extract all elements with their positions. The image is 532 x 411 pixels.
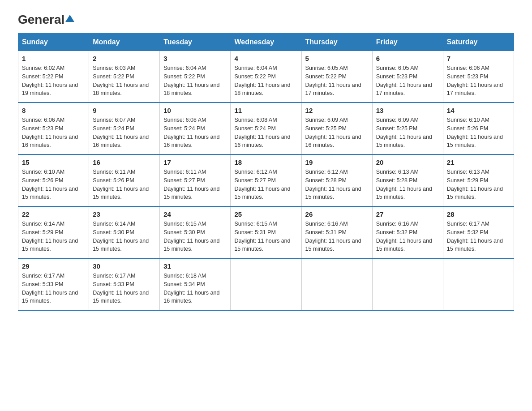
- day-number: 22: [22, 210, 85, 218]
- calendar-cell: 4 Sunrise: 6:04 AMSunset: 5:22 PMDayligh…: [231, 51, 301, 103]
- calendar-cell: [443, 258, 514, 310]
- header-sunday: Sunday: [18, 34, 89, 51]
- day-number: 9: [93, 107, 156, 114]
- day-info: Sunrise: 6:05 AMSunset: 5:22 PMDaylight:…: [305, 64, 369, 98]
- header-wednesday: Wednesday: [231, 34, 301, 51]
- calendar-cell: 14 Sunrise: 6:10 AMSunset: 5:26 PMDaylig…: [443, 103, 514, 154]
- day-info: Sunrise: 6:12 AMSunset: 5:28 PMDaylight:…: [305, 168, 369, 201]
- day-info: Sunrise: 6:11 AMSunset: 5:27 PMDaylight:…: [163, 168, 227, 201]
- day-number: 5: [305, 55, 369, 62]
- calendar-cell: 20 Sunrise: 6:13 AMSunset: 5:28 PMDaylig…: [372, 154, 443, 206]
- calendar-cell: 21 Sunrise: 6:13 AMSunset: 5:29 PMDaylig…: [443, 154, 514, 206]
- day-info: Sunrise: 6:07 AMSunset: 5:24 PMDaylight:…: [93, 116, 156, 150]
- header-monday: Monday: [89, 34, 160, 51]
- calendar-cell: 6 Sunrise: 6:05 AMSunset: 5:23 PMDayligh…: [372, 51, 443, 103]
- day-number: 1: [22, 55, 85, 62]
- calendar-cell: [372, 258, 443, 310]
- day-number: 31: [163, 262, 227, 270]
- day-number: 30: [93, 262, 156, 270]
- calendar-cell: 23 Sunrise: 6:14 AMSunset: 5:30 PMDaylig…: [89, 206, 160, 258]
- day-number: 10: [163, 107, 227, 114]
- header-saturday: Saturday: [443, 34, 514, 51]
- calendar-cell: 10 Sunrise: 6:08 AMSunset: 5:24 PMDaylig…: [160, 103, 231, 154]
- calendar-cell: 3 Sunrise: 6:04 AMSunset: 5:22 PMDayligh…: [160, 51, 231, 103]
- calendar-cell: 9 Sunrise: 6:07 AMSunset: 5:24 PMDayligh…: [89, 103, 160, 154]
- day-number: 15: [22, 158, 85, 166]
- calendar-cell: [301, 258, 372, 310]
- calendar-cell: [231, 258, 301, 310]
- calendar-cell: 28 Sunrise: 6:17 AMSunset: 5:32 PMDaylig…: [443, 206, 514, 258]
- header-friday: Friday: [372, 34, 443, 51]
- calendar-cell: 19 Sunrise: 6:12 AMSunset: 5:28 PMDaylig…: [301, 154, 372, 206]
- day-number: 11: [234, 107, 297, 114]
- calendar-cell: 5 Sunrise: 6:05 AMSunset: 5:22 PMDayligh…: [301, 51, 372, 103]
- day-info: Sunrise: 6:18 AMSunset: 5:34 PMDaylight:…: [163, 272, 227, 305]
- calendar-cell: 26 Sunrise: 6:16 AMSunset: 5:31 PMDaylig…: [301, 206, 372, 258]
- day-number: 21: [447, 158, 510, 166]
- day-number: 2: [93, 55, 156, 62]
- day-info: Sunrise: 6:12 AMSunset: 5:27 PMDaylight:…: [234, 168, 297, 201]
- day-info: Sunrise: 6:02 AMSunset: 5:22 PMDaylight:…: [22, 64, 85, 98]
- logo: General: [18, 13, 74, 24]
- calendar-cell: 11 Sunrise: 6:08 AMSunset: 5:24 PMDaylig…: [231, 103, 301, 154]
- calendar-table: SundayMondayTuesdayWednesdayThursdayFrid…: [18, 33, 514, 311]
- day-info: Sunrise: 6:10 AMSunset: 5:26 PMDaylight:…: [447, 116, 510, 150]
- day-info: Sunrise: 6:10 AMSunset: 5:26 PMDaylight:…: [22, 168, 85, 201]
- day-info: Sunrise: 6:09 AMSunset: 5:25 PMDaylight:…: [376, 116, 439, 150]
- week-row-3: 15 Sunrise: 6:10 AMSunset: 5:26 PMDaylig…: [18, 154, 514, 206]
- calendar-cell: 1 Sunrise: 6:02 AMSunset: 5:22 PMDayligh…: [18, 51, 89, 103]
- day-info: Sunrise: 6:04 AMSunset: 5:22 PMDaylight:…: [234, 64, 297, 98]
- day-info: Sunrise: 6:17 AMSunset: 5:33 PMDaylight:…: [22, 272, 85, 305]
- week-row-4: 22 Sunrise: 6:14 AMSunset: 5:29 PMDaylig…: [18, 206, 514, 258]
- calendar-header-row: SundayMondayTuesdayWednesdayThursdayFrid…: [18, 34, 514, 51]
- day-number: 12: [305, 107, 369, 114]
- day-number: 6: [376, 55, 439, 62]
- week-row-2: 8 Sunrise: 6:06 AMSunset: 5:23 PMDayligh…: [18, 103, 514, 154]
- header-thursday: Thursday: [301, 34, 372, 51]
- day-info: Sunrise: 6:09 AMSunset: 5:25 PMDaylight:…: [305, 116, 369, 150]
- day-info: Sunrise: 6:06 AMSunset: 5:23 PMDaylight:…: [22, 116, 85, 150]
- calendar-cell: 18 Sunrise: 6:12 AMSunset: 5:27 PMDaylig…: [231, 154, 301, 206]
- header-tuesday: Tuesday: [160, 34, 231, 51]
- day-info: Sunrise: 6:03 AMSunset: 5:22 PMDaylight:…: [93, 64, 156, 98]
- day-info: Sunrise: 6:15 AMSunset: 5:30 PMDaylight:…: [163, 220, 227, 253]
- logo-triangle-icon: [65, 14, 74, 23]
- day-info: Sunrise: 6:06 AMSunset: 5:23 PMDaylight:…: [447, 64, 510, 98]
- day-number: 28: [447, 210, 510, 218]
- calendar-cell: 22 Sunrise: 6:14 AMSunset: 5:29 PMDaylig…: [18, 206, 89, 258]
- day-number: 16: [93, 158, 156, 166]
- day-number: 3: [163, 55, 227, 62]
- day-info: Sunrise: 6:08 AMSunset: 5:24 PMDaylight:…: [234, 116, 297, 150]
- day-number: 7: [447, 55, 510, 62]
- day-info: Sunrise: 6:05 AMSunset: 5:23 PMDaylight:…: [376, 64, 439, 98]
- day-number: 27: [376, 210, 439, 218]
- calendar-cell: 8 Sunrise: 6:06 AMSunset: 5:23 PMDayligh…: [18, 103, 89, 154]
- calendar-cell: 7 Sunrise: 6:06 AMSunset: 5:23 PMDayligh…: [443, 51, 514, 103]
- day-number: 13: [376, 107, 439, 114]
- day-info: Sunrise: 6:11 AMSunset: 5:26 PMDaylight:…: [93, 168, 156, 201]
- calendar-cell: 25 Sunrise: 6:15 AMSunset: 5:31 PMDaylig…: [231, 206, 301, 258]
- day-number: 4: [234, 55, 297, 62]
- svg-marker-0: [65, 15, 74, 22]
- day-info: Sunrise: 6:13 AMSunset: 5:29 PMDaylight:…: [447, 168, 510, 201]
- calendar-cell: 15 Sunrise: 6:10 AMSunset: 5:26 PMDaylig…: [18, 154, 89, 206]
- day-info: Sunrise: 6:15 AMSunset: 5:31 PMDaylight:…: [234, 220, 297, 253]
- day-info: Sunrise: 6:08 AMSunset: 5:24 PMDaylight:…: [163, 116, 227, 150]
- day-info: Sunrise: 6:16 AMSunset: 5:31 PMDaylight:…: [305, 220, 369, 253]
- calendar-cell: 29 Sunrise: 6:17 AMSunset: 5:33 PMDaylig…: [18, 258, 89, 310]
- week-row-1: 1 Sunrise: 6:02 AMSunset: 5:22 PMDayligh…: [18, 51, 514, 103]
- page-header: General: [18, 13, 514, 24]
- calendar-cell: 31 Sunrise: 6:18 AMSunset: 5:34 PMDaylig…: [160, 258, 231, 310]
- calendar-cell: 13 Sunrise: 6:09 AMSunset: 5:25 PMDaylig…: [372, 103, 443, 154]
- day-number: 14: [447, 107, 510, 114]
- calendar-cell: 30 Sunrise: 6:17 AMSunset: 5:33 PMDaylig…: [89, 258, 160, 310]
- day-info: Sunrise: 6:17 AMSunset: 5:33 PMDaylight:…: [93, 272, 156, 305]
- day-info: Sunrise: 6:16 AMSunset: 5:32 PMDaylight:…: [376, 220, 439, 253]
- day-info: Sunrise: 6:13 AMSunset: 5:28 PMDaylight:…: [376, 168, 439, 201]
- calendar-cell: 2 Sunrise: 6:03 AMSunset: 5:22 PMDayligh…: [89, 51, 160, 103]
- day-number: 8: [22, 107, 85, 114]
- day-number: 19: [305, 158, 369, 166]
- day-info: Sunrise: 6:17 AMSunset: 5:32 PMDaylight:…: [447, 220, 510, 253]
- day-number: 29: [22, 262, 85, 270]
- logo-general: General: [18, 13, 64, 26]
